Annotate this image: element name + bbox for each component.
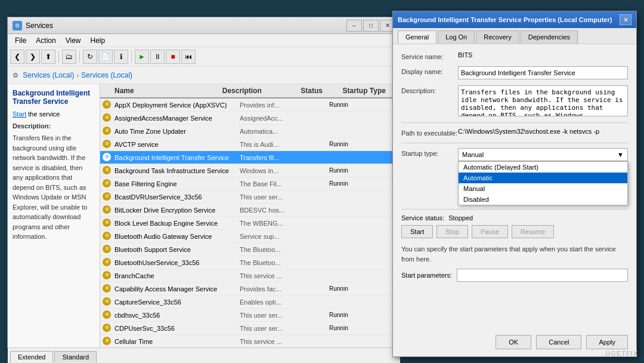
service-name-2: Auto Time Zone Updater [114,128,240,135]
option-automatic[interactable]: Automatic [459,173,627,183]
service-name-label: Service name: [401,51,458,60]
cancel-button[interactable]: Cancel [536,335,581,349]
service-icon-6: ⚙ [103,179,112,189]
option-disabled[interactable]: Disabled [459,194,627,205]
service-name-9: Block Level Backup Engine Service [114,220,240,227]
service-status-3: Runnin [329,141,377,147]
service-icon-7: ⚙ [103,192,112,202]
left-panel-title: Background Intelligent Transfer Service [13,89,95,106]
service-name-18: Cellular Time [114,338,240,345]
dialog-footer: OK Cancel Apply [496,335,628,349]
toolbar-pause[interactable]: ⏸ [150,50,165,64]
service-row[interactable]: ⚙ AssignedAccessManager Service Assigned… [100,112,400,125]
toolbar-up[interactable]: ⬆ [41,50,55,64]
breadcrumb-current: Services (Local) [81,71,132,79]
left-panel-desc-title: Description: [13,122,95,130]
menu-help[interactable]: Help [86,35,110,46]
apply-button[interactable]: Apply [586,335,628,349]
service-row[interactable]: ⚙ Capability Access Manager Service Prov… [100,282,400,296]
option-delayed-start[interactable]: Automatic (Delayed Start) [459,162,627,173]
tab-general[interactable]: General [398,30,436,44]
service-control-buttons: Start Stop Pause Resume [401,225,628,238]
service-row[interactable]: ⚙ BluetoothUserService_33c56 The Bluetoo… [100,256,400,269]
service-status-17: Runnin [329,325,377,331]
minimize-button[interactable]: – [346,20,362,32]
service-desc-7: This user ser... [240,193,329,201]
service-row[interactable]: ⚙ Cellular Time This service ... [100,335,400,347]
pause-service-button[interactable]: Pause [472,225,508,238]
toolbar-refresh[interactable]: ↻ [83,50,97,64]
service-icon-10: ⚙ [103,232,112,241]
tab-dependencies[interactable]: Dependencies [521,30,578,44]
toolbar-sep2 [79,51,80,63]
menu-bar: File Action View Help [8,34,400,47]
start-service-button[interactable]: Start [401,225,433,238]
service-name-13: BranchCache [114,272,240,279]
tab-extended[interactable]: Extended [10,351,53,363]
service-status-16: Runnin [329,312,377,318]
display-name-input[interactable] [458,66,628,79]
path-label: Path to executable: [401,128,458,137]
service-row[interactable]: ⚙ AVCTP service This is Audi... Runnin [100,138,400,151]
service-row[interactable]: ⚙ BitLocker Drive Encryption Service BDE… [100,204,400,217]
start-params-input[interactable] [457,269,628,282]
tab-logon[interactable]: Log On [438,30,475,44]
dropdown-arrow-icon: ▼ [617,151,624,158]
service-row[interactable]: ⚙ Base Filtering Engine The Base Fil... … [100,177,400,190]
dialog-close-button[interactable]: ✕ [620,14,631,25]
startup-label: Startup type: [401,148,458,157]
option-manual[interactable]: Manual [459,183,627,194]
service-row[interactable]: ⚙ BcastDVRUserService_33c56 This user se… [100,190,400,204]
service-row[interactable]: ⚙ Background Intelligent Transfer Servic… [100,151,400,164]
toolbar-back[interactable]: ❮ [10,50,24,64]
service-name-0: AppX Deployment Service (AppXSVC) [114,101,240,109]
toolbar-info[interactable]: ℹ [114,50,128,64]
service-icon-18: ⚙ [103,337,112,346]
menu-view[interactable]: View [61,35,86,46]
services-list: ⚙ AppX Deployment Service (AppXSVC) Prov… [100,99,400,347]
startup-dropdown-list: Automatic (Delayed Start) Automatic Manu… [458,161,628,205]
resume-service-button[interactable]: Resume [512,225,554,238]
description-input[interactable] [458,85,628,116]
tab-recovery[interactable]: Recovery [476,30,519,44]
tab-standard[interactable]: Standard [54,351,97,362]
startup-row: Startup type: Manual ▼ Automatic (Delaye… [401,148,628,161]
toolbar-forward[interactable]: ❯ [26,50,40,64]
path-value: C:\Windows\System32\svchost.exe -k netsv… [458,128,628,135]
dialog-title: Background Intelligent Transfer Service … [398,16,620,23]
toolbar-export[interactable]: 📄 [98,50,113,64]
ok-button[interactable]: OK [496,335,531,349]
start-service-link[interactable]: Start [13,110,26,118]
service-row[interactable]: ⚙ Block Level Backup Engine Service The … [100,217,400,230]
menu-file[interactable]: File [10,35,31,46]
toolbar-sep1 [58,51,59,63]
toolbar-restart[interactable]: ⏮ [181,50,196,64]
toolbar-show-hide-tree[interactable]: 🗂 [62,50,76,64]
toolbar-play[interactable]: ► [135,50,149,64]
maximize-button[interactable]: □ [363,20,379,32]
service-name-6: Base Filtering Engine [114,180,240,187]
stop-service-button[interactable]: Stop [436,225,468,238]
service-status-label: Service status: Stopped [401,214,628,222]
service-name-11: Bluetooth Support Service [114,246,240,253]
description-label: Description: [401,85,458,94]
startup-dropdown-container: Manual ▼ Automatic (Delayed Start) Autom… [458,148,628,161]
service-row[interactable]: ⚙ Background Task Infrastructure Service… [100,164,400,177]
service-row[interactable]: ⚙ Bluetooth Support Service The Bluetoo.… [100,243,400,256]
services-window: ⚙ Services – □ ✕ File Action View Help ❮… [7,17,401,348]
dialog-body: Service name: BITS Display name: Descrip… [393,44,636,289]
divider1 [401,122,628,123]
service-row[interactable]: ⚙ AppX Deployment Service (AppXSVC) Prov… [100,99,400,112]
service-row[interactable]: ⚙ BranchCache This service ... [100,269,400,282]
service-row[interactable]: ⚙ Bluetooth Audio Gateway Service Servic… [100,230,400,243]
list-header: Name Description Status Startup Type [100,84,400,99]
service-desc-0: Provides inf... [240,101,329,109]
menu-action[interactable]: Action [31,35,60,46]
toolbar-stop[interactable]: ■ [166,50,180,64]
service-row[interactable]: ⚙ Auto Time Zone Updater Automatica... [100,125,400,138]
service-row[interactable]: ⚙ CaptureService_33c56 Enables opti... [100,296,400,309]
service-status-5: Runnin [329,167,377,174]
startup-dropdown[interactable]: Manual ▼ [458,148,628,161]
service-row[interactable]: ⚙ cbdhsvc_33c56 This user ser... Runnin [100,309,400,322]
service-row[interactable]: ⚙ CDPUserSvc_33c56 This user ser... Runn… [100,322,400,335]
